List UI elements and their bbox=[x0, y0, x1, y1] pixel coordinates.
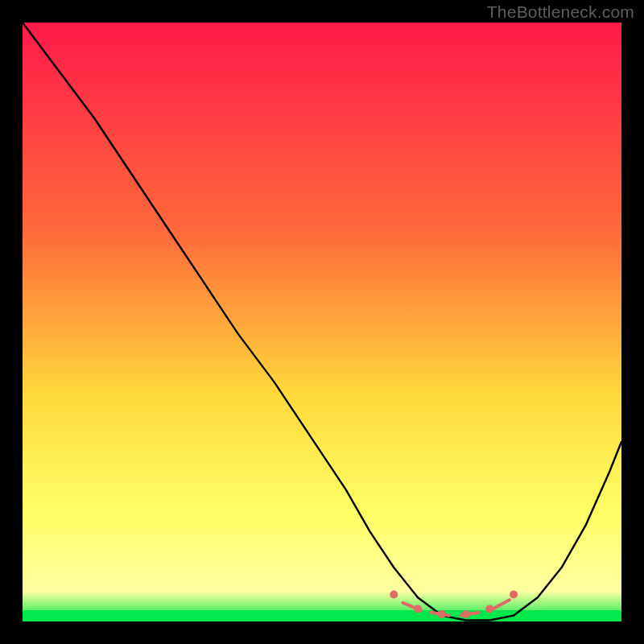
marker-dot bbox=[462, 610, 470, 618]
green-baseline-strip bbox=[23, 610, 621, 621]
chart-stage: TheBottleneck.com bbox=[0, 0, 644, 644]
gradient-background bbox=[23, 23, 621, 621]
watermark-label: TheBottleneck.com bbox=[487, 2, 634, 22]
marker-dot bbox=[414, 605, 422, 613]
marker-dot bbox=[510, 591, 518, 599]
marker-dot bbox=[390, 591, 398, 599]
marker-dot bbox=[485, 605, 493, 613]
bottleneck-curve-plot bbox=[23, 23, 621, 621]
marker-dot bbox=[438, 610, 446, 618]
